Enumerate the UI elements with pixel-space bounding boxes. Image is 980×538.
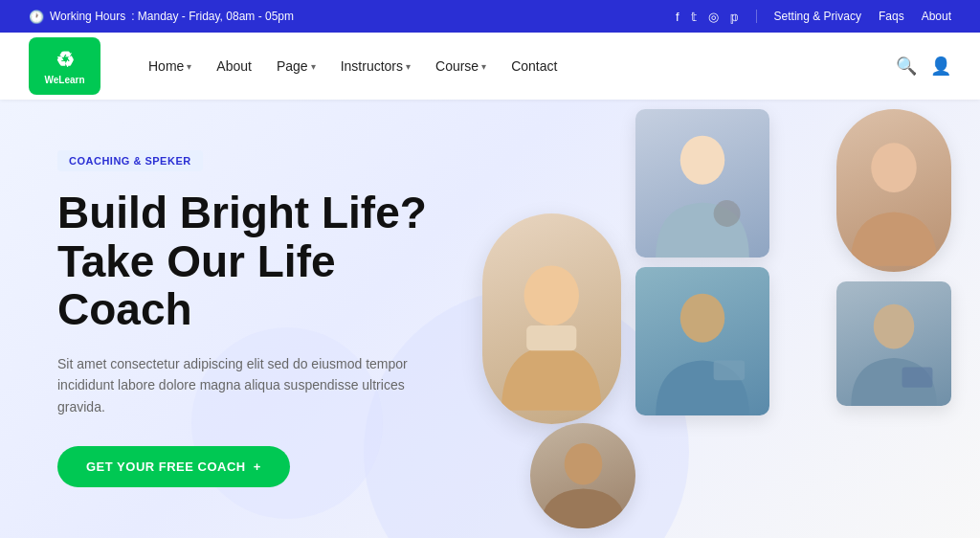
logo-icon: ♻ [56, 48, 75, 73]
hero-subtitle: Sit amet consectetur adipiscing elit sed… [57, 353, 421, 417]
nav-about-label: About [216, 58, 252, 74]
hero-content: COACHING & SPEKER Build Bright Life? Tak… [57, 150, 427, 487]
svg-point-7 [871, 143, 917, 192]
nav-home-label: Home [148, 58, 184, 74]
hero-image-person4 [530, 423, 635, 528]
logo[interactable]: ♻ WeLearn [29, 37, 100, 95]
hero-image-person2 [635, 109, 769, 258]
svg-point-4 [680, 293, 725, 342]
nav-page[interactable]: Page ▾ [267, 53, 325, 79]
faqs-link[interactable]: Faqs [879, 10, 904, 23]
hero-cta-button[interactable]: GET YOUR FREE COACH + [57, 446, 290, 487]
pinterest-icon[interactable]: 𝕡 [730, 10, 739, 24]
hero-cta-label: GET YOUR FREE COACH [86, 460, 246, 474]
hero-title-line2: Take Our Life [57, 236, 336, 286]
divider [756, 10, 757, 23]
nav-page-label: Page [277, 58, 308, 74]
nav-home[interactable]: Home ▾ [139, 53, 201, 79]
social-icons: f 𝕥 ◎ 𝕡 [676, 10, 739, 24]
hero-section: COACHING & SPEKER Build Bright Life? Tak… [0, 100, 980, 538]
svg-point-6 [564, 443, 602, 485]
nav-course[interactable]: Course ▾ [426, 53, 496, 79]
nav-contact[interactable]: Contact [501, 53, 567, 79]
nav-tools: 🔍 👤 [896, 56, 951, 77]
main-nav: ♻ WeLearn Home ▾ About Page ▾ Instructor… [0, 33, 980, 100]
nav-about[interactable]: About [207, 53, 261, 79]
hero-title-line1: Build Bright Life? [57, 188, 427, 237]
nav-contact-label: Contact [511, 58, 557, 74]
working-hours-label: Working Hours [50, 10, 125, 23]
svg-rect-5 [714, 360, 746, 380]
hero-image-person1 [482, 213, 621, 424]
instagram-icon[interactable]: ◎ [708, 10, 719, 24]
clock-icon: 🕐 [29, 10, 44, 24]
setting-privacy-link[interactable]: Setting & Privacy [774, 10, 861, 23]
chevron-down-icon: ▾ [311, 61, 316, 72]
svg-rect-9 [902, 368, 933, 388]
logo-text: WeLearn [44, 75, 84, 85]
nav-course-label: Course [435, 58, 479, 74]
nav-links: Home ▾ About Page ▾ Instructors ▾ Course… [139, 53, 877, 79]
working-hours: 🕐 Working Hours : Manday - Friday, 08am … [29, 10, 294, 24]
search-button[interactable]: 🔍 [896, 56, 917, 77]
svg-rect-1 [526, 325, 576, 350]
plus-icon: + [254, 460, 261, 474]
chevron-down-icon: ▾ [187, 61, 191, 72]
nav-instructors-label: Instructors [341, 58, 403, 74]
hero-image-person5 [836, 109, 951, 272]
working-hours-value: : Manday - Friday, 08am - 05pm [131, 10, 294, 23]
hero-image-person3 [635, 267, 769, 415]
svg-point-3 [714, 200, 741, 227]
chevron-down-icon: ▾ [406, 61, 411, 72]
nav-instructors[interactable]: Instructors ▾ [331, 53, 420, 79]
about-link[interactable]: About [922, 10, 951, 23]
svg-point-0 [524, 265, 579, 325]
hero-title-line3: Coach [57, 284, 192, 334]
svg-point-2 [680, 135, 725, 184]
hero-images [482, 100, 980, 538]
hero-title: Build Bright Life? Take Our Life Coach [57, 189, 427, 334]
chevron-down-icon: ▾ [481, 61, 486, 72]
facebook-icon[interactable]: f [676, 10, 679, 24]
hero-image-person6 [836, 281, 951, 406]
svg-point-8 [874, 304, 915, 349]
user-button[interactable]: 👤 [930, 56, 951, 77]
top-bar: 🕐 Working Hours : Manday - Friday, 08am … [0, 0, 980, 33]
hero-badge: COACHING & SPEKER [57, 150, 203, 171]
twitter-icon[interactable]: 𝕥 [691, 10, 697, 24]
top-bar-right: f 𝕥 ◎ 𝕡 Setting & Privacy Faqs About [676, 10, 951, 24]
